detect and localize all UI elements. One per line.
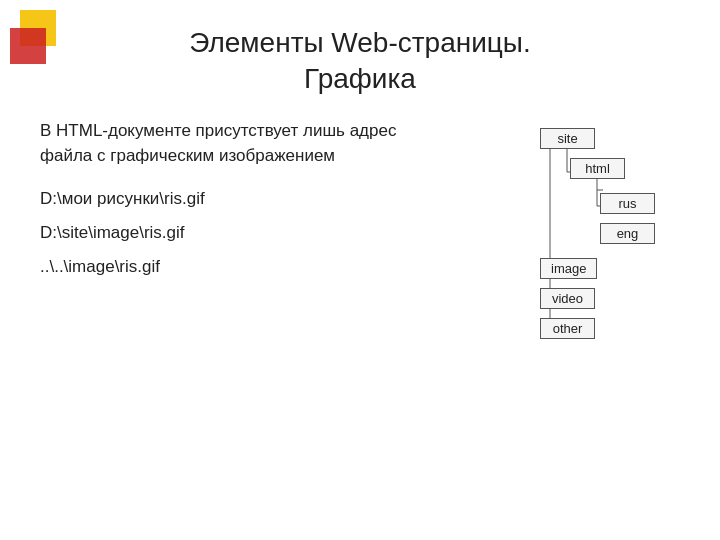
tree-node-html: html <box>570 158 625 179</box>
title-line1: Элементы Web-страницы. <box>40 25 680 61</box>
path-absolute: D:\мои рисунки\ris.gif <box>40 189 430 209</box>
tree-node-video: video <box>540 288 595 309</box>
path-site: D:\site\image\ris.gif <box>40 223 430 243</box>
right-column: site html rus eng image <box>460 118 680 358</box>
path-relative: ..\..\image\ris.gif <box>40 257 430 277</box>
decorative-squares <box>10 10 70 70</box>
tree-node-eng: eng <box>600 223 655 244</box>
tree-node-rus: rus <box>600 193 655 214</box>
tree-node-image: image <box>540 258 597 279</box>
intro-paragraph: В HTML-документе присутствует лишь адрес… <box>40 118 430 169</box>
red-square <box>10 28 46 64</box>
title-line2: Графика <box>40 61 680 97</box>
tree-diagram: site html rus eng image <box>470 128 670 358</box>
left-column: В HTML-документе присутствует лишь адрес… <box>40 118 440 358</box>
tree-node-site: site <box>540 128 595 149</box>
content-area: В HTML-документе присутствует лишь адрес… <box>40 118 680 358</box>
slide-title: Элементы Web-страницы. Графика <box>40 20 680 98</box>
slide: Элементы Web-страницы. Графика В HTML-до… <box>0 0 720 540</box>
tree-node-other: other <box>540 318 595 339</box>
